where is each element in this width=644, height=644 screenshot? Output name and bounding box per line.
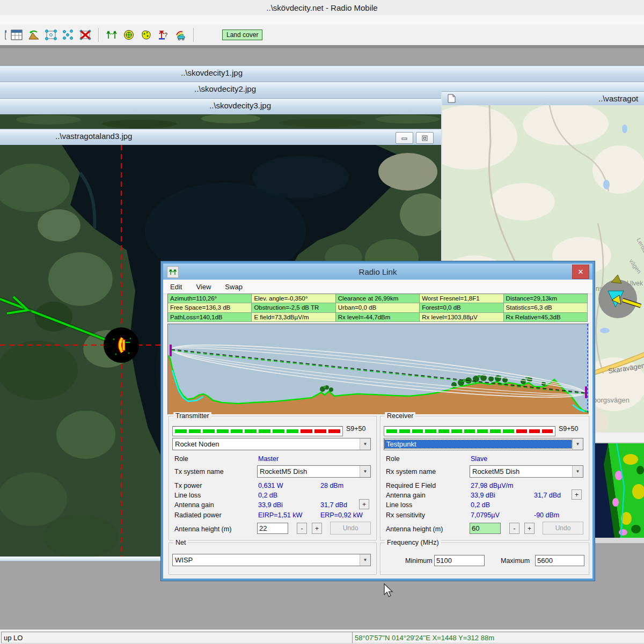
stat-distance: Distance=29,13km (504, 294, 588, 303)
menu-edit[interactable]: Edit (163, 283, 189, 291)
toolbar-separator (193, 28, 194, 42)
single-coverage-icon[interactable] (122, 28, 136, 42)
chevron-down-icon[interactable]: ▼ (572, 438, 583, 450)
tx-line-loss-label: Line loss (174, 492, 201, 499)
menu-view[interactable]: View (189, 283, 218, 291)
find-best-site-icon[interactable]: ? (156, 28, 170, 42)
tx-signal-meter (172, 426, 343, 436)
app-title-bar: ..\skövdecity.net - Radio Mobile (0, 0, 644, 16)
tx-system-combobox[interactable]: RocketM5 Dish▼ (257, 465, 371, 478)
stat-free-space: Free Space=136,3 dB (168, 303, 252, 312)
rx-role-value: Slave (471, 455, 487, 463)
tx-eirp-value: EIRP=1,51 kW (258, 511, 302, 519)
tx-undo-button[interactable]: Undo (330, 522, 371, 535)
tx-smeter-label: S9+50 (346, 425, 366, 433)
status-bar: up LO 58°07'57''N 014°29'24''E X=1448 Y=… (0, 629, 644, 644)
close-icon[interactable]: ✕ (572, 265, 589, 279)
landcover-window-fragment[interactable] (593, 433, 644, 543)
window-title: ..\vastragot (598, 94, 638, 103)
rx-gain-plus-button[interactable]: + (572, 489, 582, 500)
stat-rx-relative: Rx Relative=45,3dB (504, 313, 588, 322)
land-cover-button[interactable]: Land cover (222, 30, 262, 40)
rx-sensitivity-label: Rx sensitivity (386, 511, 425, 519)
stat-rx-level-dbm: Rx level=-44,7dBm (336, 313, 420, 322)
tx-gain-dbd: 31,7 dBd (320, 501, 347, 509)
rx-system-value: RocketM5 Dish (470, 467, 572, 475)
maximize-button[interactable] (416, 132, 434, 144)
stat-e-field: E field=73,3dBµV/m (252, 313, 335, 322)
stat-obstruction: Obstruction=-2,5 dB TR (252, 303, 335, 312)
rx-smeter-label: S9+50 (559, 425, 579, 433)
app-title: ..\skövdecity.net - Radio Mobile (266, 3, 377, 12)
window-skovdecity1-titlebar[interactable]: ..\skovdecity1.jpg (0, 65, 644, 83)
rx-line-loss-value: 0,2 dB (471, 501, 490, 509)
net-combobox[interactable]: WISP▼ (172, 554, 371, 566)
rx-unit-combobox[interactable]: Testpunkt▼ (384, 438, 583, 450)
rx-gain-dbd: 31,7 dBd (534, 492, 561, 499)
net-value: WISP (173, 556, 360, 564)
stat-worst-fresnel: Worst Fresnel=1,8F1 (420, 294, 503, 303)
route-coverage-icon[interactable] (173, 28, 187, 42)
frequency-min-label: Minimum (405, 557, 433, 565)
tx-line-loss-value: 0,2 dB (258, 492, 277, 499)
tx-height-plus-button[interactable]: + (312, 523, 322, 534)
radio-link-dialog: Radio Link ✕ Edit View Swap Azimuth=110,… (161, 261, 595, 581)
radio-link-icon[interactable] (105, 28, 119, 42)
network-links-icon[interactable] (44, 28, 58, 42)
window-title: ..\skovdecity1.jpg (181, 68, 243, 77)
elevation-grid-icon[interactable] (27, 28, 41, 42)
tx-gain-dbi: 33,9 dBi (258, 501, 283, 509)
rx-system-combobox[interactable]: RocketM5 Dish▼ (470, 465, 583, 478)
window-title: ..\vastragotaland3.jpg (55, 131, 132, 141)
minimize-button[interactable] (396, 132, 413, 144)
delete-network-icon[interactable] (78, 28, 92, 42)
tx-system-label: Tx system name (174, 468, 224, 475)
window-title: ..\skovdecity2.jpg (194, 84, 256, 93)
menu-swap[interactable]: Swap (218, 283, 250, 291)
status-left: up LO (1, 632, 353, 643)
frequency-min-input[interactable]: 5100 (434, 555, 485, 566)
tx-erp-value: ERP=0,92 kW (320, 511, 363, 519)
window-title: ..\skovdecity3.jpg (209, 101, 271, 110)
clipped-icon[interactable] (0, 28, 6, 42)
stat-clearance: Clearance at 26,99km (336, 294, 420, 303)
profile-chart-image (168, 324, 589, 414)
tx-power-dbm: 28 dBm (320, 482, 343, 489)
window-vastragot-titlebar[interactable]: ..\vastragot (441, 91, 644, 106)
tx-radiated-label: Radiated power (174, 511, 222, 519)
net-properties-icon[interactable] (10, 28, 24, 42)
mouse-cursor (383, 583, 394, 600)
chevron-down-icon[interactable]: ▼ (360, 554, 370, 566)
frequency-max-input[interactable]: 5600 (535, 555, 584, 566)
tx-antenna-height-input[interactable]: 22 (257, 523, 288, 534)
receiver-group-label: Receiver (385, 412, 415, 420)
combined-coverage-icon[interactable] (139, 28, 153, 42)
net-group-label: Net (173, 539, 188, 546)
stat-elev-angle: Elev. angle=-0,350° (252, 294, 335, 303)
rx-undo-button[interactable]: Undo (543, 522, 583, 535)
units-dots-icon[interactable] (61, 28, 75, 42)
terrain-profile-chart[interactable] (167, 324, 589, 415)
window-vastragotaland3-titlebar[interactable]: ..\vastragotaland3.jpg (0, 129, 441, 146)
dialog-titlebar[interactable]: Radio Link ✕ (163, 264, 592, 280)
chevron-down-icon[interactable]: ▼ (572, 466, 583, 477)
rx-antenna-height-input[interactable]: 60 (470, 523, 501, 534)
stat-pathloss: PathLoss=140,1dB (168, 313, 252, 322)
tx-unit-combobox[interactable]: Rocket Noden▼ (172, 438, 371, 450)
menu-strip (0, 15, 644, 25)
tx-gain-plus-button[interactable]: + (359, 499, 369, 509)
rx-height-plus-button[interactable]: + (524, 523, 535, 534)
tx-gain-label: Antenna gain (174, 501, 214, 509)
rx-sensitivity-uv: 7,0795µV (471, 511, 500, 519)
chevron-down-icon[interactable]: ▼ (360, 466, 370, 477)
dialog-menubar: Edit View Swap (163, 280, 592, 294)
status-coordinates: 58°07'57''N 014°29'24''E X=1448 Y=312 88… (352, 632, 644, 643)
chevron-down-icon[interactable]: ▼ (360, 438, 370, 450)
frequency-max-label: Maximum (501, 557, 530, 565)
rx-sensitivity-dbm: -90 dBm (534, 511, 559, 519)
toolbar-separator (98, 28, 99, 42)
tx-role-value: Master (258, 455, 279, 463)
map-label: borgsvägen (593, 396, 630, 404)
tx-height-minus-button[interactable]: - (297, 523, 307, 534)
rx-height-minus-button[interactable]: - (509, 523, 519, 534)
